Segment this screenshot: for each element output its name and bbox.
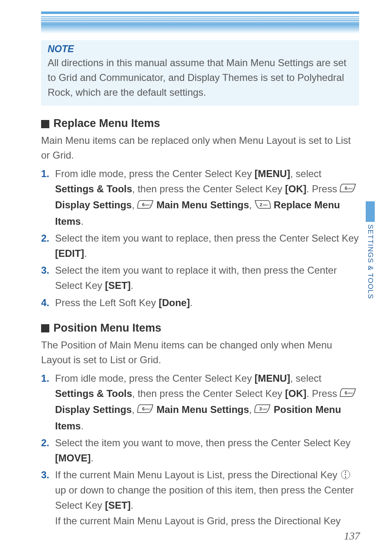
svg-text:MNO: MNO (348, 392, 353, 394)
svg-text:6: 6 (345, 390, 347, 395)
svg-text:3: 3 (259, 406, 262, 411)
step-item: Select the item you want to replace, the… (41, 231, 359, 261)
step-item: If the current Main Menu Layout is List,… (41, 467, 359, 528)
step-item: From idle mode, press the Center Select … (41, 166, 359, 229)
svg-text:MNO: MNO (348, 187, 353, 190)
section-title-replace: Replace Menu Items (41, 117, 359, 130)
steps-position: From idle mode, press the Center Select … (41, 371, 359, 528)
section-title-text: Position Menu Items (53, 322, 161, 334)
note-box: NOTE All directions in this manual assum… (41, 40, 359, 106)
section-intro-position: The Position of Main Menu items can be c… (41, 338, 359, 367)
directional-key-icon (341, 470, 350, 479)
svg-text:MNO: MNO (145, 204, 151, 206)
step-item: Select the item you want to move, then p… (41, 435, 359, 466)
side-tab-marker (366, 201, 375, 222)
keypad-6-icon: 6MNO (340, 181, 356, 196)
keypad-6-icon: 6MNO (137, 198, 154, 213)
side-tab: SETTINGS & TOOLS (366, 201, 375, 299)
svg-text:6: 6 (345, 186, 347, 191)
step-item: Press the Left Soft Key [Done]. (41, 295, 359, 310)
keypad-6-icon: 6MNO (137, 402, 154, 417)
page-number: 137 (344, 530, 360, 542)
svg-text:2: 2 (260, 202, 262, 207)
side-tab-label: SETTINGS & TOOLS (366, 224, 374, 299)
svg-text:DEF: DEF (263, 408, 267, 410)
section-intro-replace: Main Menu items can be replaced only whe… (41, 133, 359, 163)
bullet-square-icon (41, 120, 49, 128)
keypad-2-icon: 2ABC (254, 198, 271, 213)
keypad-6-icon: 6MNO (340, 386, 356, 401)
section-title-position: Position Menu Items (41, 322, 359, 334)
keypad-3-icon: 3DEF (254, 402, 271, 417)
section-title-text: Replace Menu Items (53, 117, 160, 130)
step-item: From idle mode, press the Center Select … (41, 371, 359, 433)
steps-replace: From idle mode, press the Center Select … (41, 166, 359, 310)
svg-text:6: 6 (142, 202, 145, 207)
manual-page: NOTE All directions in this manual assum… (0, 0, 392, 558)
svg-text:MNO: MNO (145, 408, 151, 410)
header-decorative-bars (41, 12, 359, 34)
svg-text:6: 6 (142, 406, 145, 411)
note-title: NOTE (48, 44, 353, 55)
step-item: Select the item you want to replace it w… (41, 263, 359, 293)
bullet-square-icon (41, 324, 49, 332)
note-body: All directions in this manual assume tha… (48, 55, 353, 100)
svg-text:ABC: ABC (263, 204, 268, 206)
